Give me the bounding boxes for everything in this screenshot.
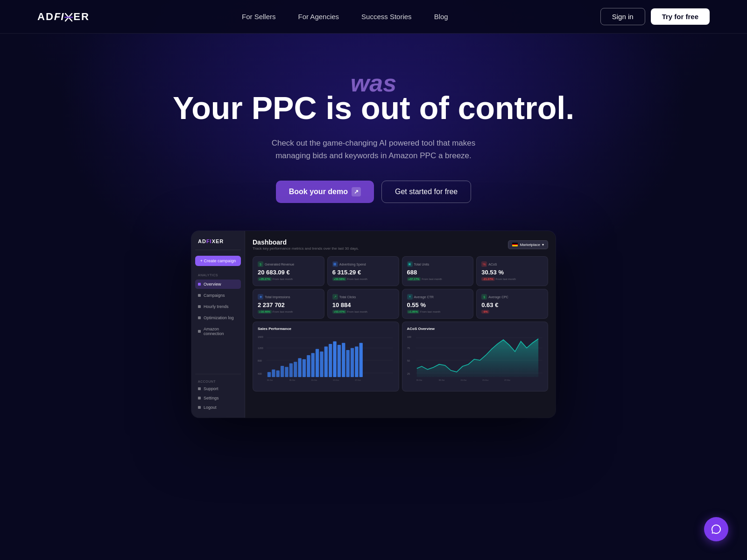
sidebar-item-campaigns[interactable]: Campaigns (195, 291, 241, 300)
svg-rect-25 (329, 344, 332, 377)
sidebar-item-overview[interactable]: Overview (195, 280, 241, 289)
svg-text:75: 75 (407, 347, 410, 350)
svg-rect-21 (311, 353, 315, 377)
ctr-icon: ✕ (407, 294, 413, 300)
nav-blog[interactable]: Blog (434, 13, 448, 21)
acos-overview-chart: ACoS Overview 100 75 50 25 (402, 322, 549, 392)
nav-dot-hourly (198, 305, 201, 308)
nav-success-stories[interactable]: Success Stories (361, 13, 412, 21)
svg-text:25: 25 (407, 372, 410, 375)
svg-text:27-Oct: 27-Oct (504, 379, 510, 381)
svg-rect-28 (342, 343, 345, 377)
svg-rect-11 (268, 372, 271, 377)
svg-text:15-Oct: 15-Oct (311, 379, 317, 381)
svg-rect-20 (307, 355, 310, 377)
stat-total-impressions: ◈ Total Impressions 2 237 702 +16.46% Fr… (253, 289, 324, 319)
svg-text:50: 50 (407, 359, 410, 362)
sales-chart-svg: 1600 1200 800 400 (258, 334, 394, 387)
acos-change: -21.07% From last month (481, 277, 543, 281)
svg-rect-16 (289, 364, 293, 378)
signup-button[interactable]: Try for free (651, 8, 710, 25)
svg-rect-23 (320, 352, 323, 378)
svg-text:800: 800 (258, 359, 262, 362)
logo-er: ER (73, 11, 90, 22)
svg-text:27-Oct: 27-Oct (355, 379, 361, 381)
sidebar-item-support[interactable]: Support (195, 384, 241, 393)
clicks-icon: ↗ (332, 294, 338, 300)
nav-dot-logout (198, 406, 201, 409)
nav-dot-support (198, 387, 201, 390)
svg-text:15-Oct: 15-Oct (460, 379, 466, 381)
ctr-value: 0.55 % (407, 301, 469, 308)
dashboard-top-bar: Dashboard Track key performance metrics … (253, 238, 548, 251)
nav-buttons: Sign in Try for free (600, 8, 710, 25)
dashboard-logo: ADFIXER (195, 237, 241, 250)
logo-fi: FI (54, 11, 64, 22)
nav-dot-settings (198, 397, 201, 399)
sales-performance-chart: Sales Performance 1600 1200 800 400 (253, 322, 399, 392)
svg-text:1600: 1600 (258, 336, 263, 338)
ctr-change: +1.85% From last month (407, 310, 469, 314)
sidebar-item-settings[interactable]: Settings (195, 393, 241, 403)
hero-title: Your PPC is out of control. (9, 91, 738, 126)
units-value: 688 (407, 269, 469, 276)
book-demo-button[interactable]: Book your demo ↗ (276, 181, 374, 203)
nav-for-agencies[interactable]: For Agencies (298, 13, 339, 21)
stat-average-ctr: ✕ Average CTR 0.55 % +1.85% From last mo… (402, 289, 474, 319)
chevron-down-icon: ▾ (542, 243, 544, 247)
nav-dot-overview (198, 283, 201, 286)
svg-text:100: 100 (407, 336, 411, 338)
sidebar-item-hourly-trends[interactable]: Hourly trends (195, 302, 241, 311)
cpc-value: 0.63 € (481, 301, 543, 308)
chat-button[interactable] (704, 517, 728, 541)
impressions-icon: ◈ (258, 294, 263, 300)
svg-rect-32 (359, 343, 363, 377)
external-link-icon: ↗ (352, 187, 361, 196)
revenue-change: +35.27% From last month (258, 277, 319, 281)
stats-grid-row1: $ Generated Revenue 20 683.09 € +35.27% … (253, 256, 548, 286)
dashboard-main: Dashboard Track key performance metrics … (245, 231, 556, 418)
svg-text:03-Oct: 03-Oct (416, 379, 422, 381)
hero-subtitle-line1: Check out the game-changing AI powered t… (272, 139, 476, 147)
logo[interactable]: ADFI ER (37, 11, 90, 23)
charts-row: Sales Performance 1600 1200 800 400 (253, 322, 548, 392)
stat-advertising-spend: ▦ Advertising Spend 6 315.29 € +50.58% F… (327, 256, 399, 286)
dashboard-title: Dashboard (253, 238, 359, 246)
dashboard-mockup: ADFIXER + Create campaign Analytics Over… (191, 231, 556, 418)
stat-generated-revenue: $ Generated Revenue 20 683.09 € +35.27% … (253, 256, 324, 286)
svg-rect-19 (303, 359, 306, 377)
svg-rect-22 (316, 349, 319, 377)
sidebar-item-optimization-log[interactable]: Optimization log (195, 313, 241, 322)
revenue-value: 20 683.09 € (258, 269, 319, 276)
cpc-icon: $ (481, 294, 487, 300)
marketplace-dropdown[interactable]: Marketplace ▾ (508, 240, 548, 249)
sidebar-bottom: Account Support Settings Logout (195, 374, 241, 412)
stat-total-units: ▣ Total Units 688 +37.17% From last mont… (402, 256, 474, 286)
nav-for-sellers[interactable]: For Sellers (242, 13, 276, 21)
svg-rect-26 (333, 342, 336, 378)
advertising-icon: ▦ (332, 261, 338, 267)
clicks-change: +53.47% From last month (332, 310, 394, 314)
flag-germany (512, 243, 518, 246)
stats-grid-row2: ◈ Total Impressions 2 237 702 +16.46% Fr… (253, 289, 548, 319)
hero-subtitle: Check out the game-changing AI powered t… (261, 137, 486, 162)
svg-text:1200: 1200 (258, 347, 263, 350)
logo-text: ADFI ER (37, 11, 90, 23)
svg-text:21-Oct: 21-Oct (333, 379, 339, 381)
nav-dot-optimization (198, 316, 201, 319)
svg-text:03-Oct: 03-Oct (267, 379, 273, 381)
svg-rect-15 (285, 367, 288, 377)
sidebar-item-logout[interactable]: Logout (195, 403, 241, 412)
signin-button[interactable]: Sign in (600, 8, 645, 25)
svg-rect-30 (351, 348, 354, 377)
svg-rect-18 (298, 358, 301, 378)
sidebar-item-amazon-connection[interactable]: Amazon connection (195, 324, 241, 338)
get-started-button[interactable]: Get started for free (381, 181, 471, 203)
revenue-icon: $ (258, 261, 263, 267)
marketplace-label: Marketplace (520, 243, 540, 247)
nav-dot-amazon (198, 330, 201, 333)
navbar: ADFI ER For Sellers For Agencies Success… (0, 0, 747, 34)
svg-rect-12 (272, 370, 275, 377)
create-campaign-button[interactable]: + Create campaign (195, 256, 241, 266)
units-change: +37.17% From last month (407, 277, 469, 281)
